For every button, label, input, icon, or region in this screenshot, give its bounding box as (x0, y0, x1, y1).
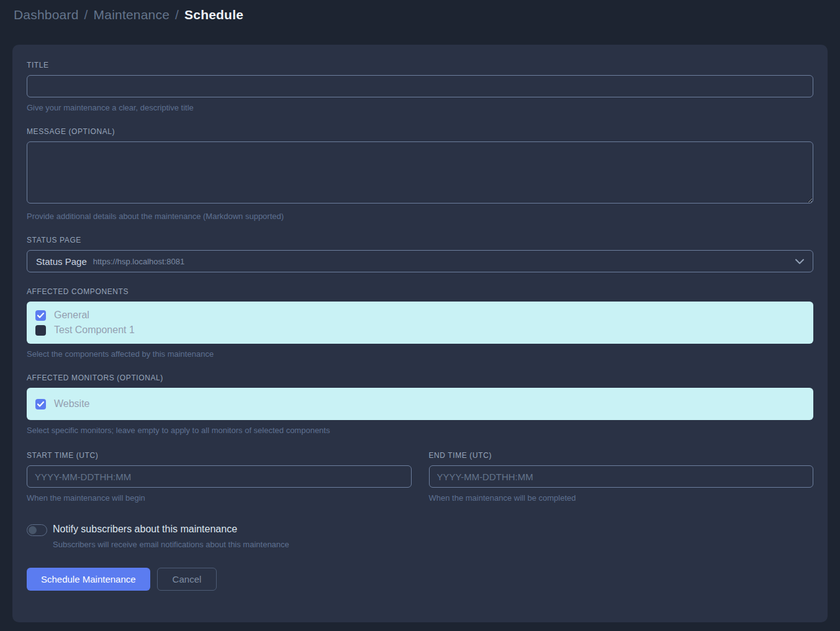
status-page-select[interactable]: Status Page https://hsp.localhost:8081 (27, 250, 813, 272)
breadcrumb-separator: / (84, 7, 88, 22)
notify-toggle[interactable] (27, 524, 47, 536)
start-time-input[interactable] (27, 465, 412, 488)
affected-monitors-label: AFFECTED MONITORS (OPTIONAL) (27, 374, 813, 382)
title-helper: Give your maintenance a clear, descripti… (27, 103, 813, 112)
chevron-down-icon (795, 259, 804, 264)
notify-section: Notify subscribers about this maintenanc… (27, 524, 813, 549)
start-time-section: START TIME (UTC) When the maintenance wi… (27, 451, 412, 503)
status-page-section: STATUS PAGE Status Page https://hsp.loca… (27, 236, 813, 272)
status-page-label: STATUS PAGE (27, 236, 813, 244)
notify-helper: Subscribers will receive email notificat… (53, 540, 289, 549)
title-label: TITLE (27, 61, 813, 69)
component-general-label: General (54, 310, 89, 321)
schedule-maintenance-form-card: TITLE Give your maintenance a clear, des… (12, 45, 828, 622)
end-time-input[interactable] (429, 465, 814, 488)
cancel-button[interactable]: Cancel (157, 568, 217, 591)
message-label: MESSAGE (OPTIONAL) (27, 127, 813, 136)
message-section: MESSAGE (OPTIONAL) Provide additional de… (27, 127, 813, 221)
time-grid: START TIME (UTC) When the maintenance wi… (27, 451, 813, 503)
monitors-panel: Website (27, 388, 813, 420)
breadcrumb: Dashboard / Maintenance / Schedule (14, 7, 243, 22)
end-time-section: END TIME (UTC) When the maintenance will… (429, 451, 814, 503)
start-time-label: START TIME (UTC) (27, 451, 412, 460)
component-row-test-component-1[interactable]: Test Component 1 (35, 324, 805, 336)
affected-monitors-section: AFFECTED MONITORS (OPTIONAL) Website Sel… (27, 374, 813, 435)
notify-texts: Notify subscribers about this maintenanc… (53, 524, 289, 549)
top-bar: Dashboard / Maintenance / Schedule (0, 0, 840, 30)
component-test-component-1-checkbox[interactable] (35, 325, 46, 336)
notify-label: Notify subscribers about this maintenanc… (53, 524, 289, 535)
affected-components-label: AFFECTED COMPONENTS (27, 287, 813, 296)
component-general-checkbox[interactable] (35, 310, 46, 321)
status-page-selected-url: https://hsp.localhost:8081 (93, 257, 184, 266)
component-test-component-1-label: Test Component 1 (54, 324, 135, 336)
breadcrumb-dashboard[interactable]: Dashboard (14, 7, 79, 22)
status-page-selected-name: Status Page (36, 256, 87, 267)
affected-components-section: AFFECTED COMPONENTS General Test Compone… (27, 287, 813, 359)
end-time-label: END TIME (UTC) (429, 451, 814, 460)
message-textarea[interactable] (27, 141, 813, 204)
message-helper: Provide additional details about the mai… (27, 212, 813, 221)
start-time-helper: When the maintenance will begin (27, 493, 412, 503)
end-time-helper: When the maintenance will be completed (429, 493, 814, 503)
breadcrumb-separator: / (175, 7, 179, 22)
title-section: TITLE Give your maintenance a clear, des… (27, 61, 813, 112)
toggle-knob (29, 526, 37, 534)
schedule-maintenance-button[interactable]: Schedule Maintenance (27, 568, 150, 591)
breadcrumb-maintenance[interactable]: Maintenance (94, 7, 169, 22)
breadcrumb-current-schedule: Schedule (184, 7, 243, 22)
title-input[interactable] (27, 75, 813, 97)
form-actions: Schedule Maintenance Cancel (27, 568, 813, 591)
monitor-website-checkbox[interactable] (35, 399, 46, 409)
components-panel: General Test Component 1 (27, 302, 813, 344)
affected-monitors-helper: Select specific monitors; leave empty to… (27, 426, 813, 435)
component-row-general[interactable]: General (35, 310, 805, 321)
affected-components-helper: Select the components affected by this m… (27, 349, 813, 359)
monitor-website-label: Website (54, 398, 90, 409)
monitor-row-website[interactable]: Website (35, 398, 805, 409)
